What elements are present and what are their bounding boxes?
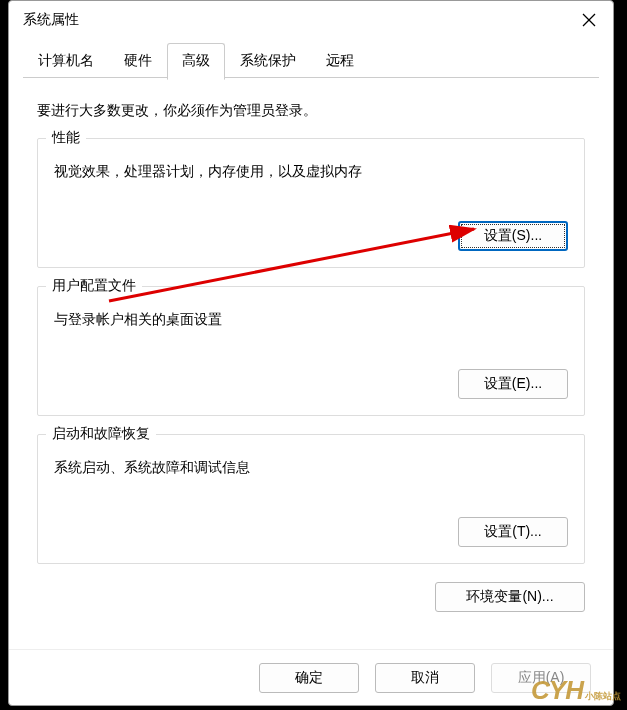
user-profiles-desc: 与登录帐户相关的桌面设置	[54, 311, 568, 329]
tab-computer-name[interactable]: 计算机名	[23, 43, 109, 79]
dialog-footer: 确定 取消 应用(A)	[9, 649, 613, 705]
close-icon	[582, 13, 596, 27]
cancel-button[interactable]: 取消	[375, 663, 475, 693]
startup-recovery-group: 启动和故障恢复 系统启动、系统故障和调试信息 设置(T)...	[37, 434, 585, 564]
tab-advanced[interactable]: 高级	[167, 43, 225, 80]
tab-content-advanced: 要进行大多数更改，你必须作为管理员登录。 性能 视觉效果，处理器计划，内存使用，…	[9, 80, 613, 649]
startup-recovery-title: 启动和故障恢复	[46, 425, 156, 443]
admin-note: 要进行大多数更改，你必须作为管理员登录。	[37, 102, 585, 120]
tab-system-protection[interactable]: 系统保护	[225, 43, 311, 79]
performance-title: 性能	[46, 129, 86, 147]
user-profiles-title: 用户配置文件	[46, 277, 142, 295]
ok-button[interactable]: 确定	[259, 663, 359, 693]
tab-remote[interactable]: 远程	[311, 43, 369, 79]
performance-group: 性能 视觉效果，处理器计划，内存使用，以及虚拟内存 设置(S)...	[37, 138, 585, 268]
tab-hardware[interactable]: 硬件	[109, 43, 167, 79]
performance-settings-button[interactable]: 设置(S)...	[458, 221, 568, 251]
window-title: 系统属性	[23, 11, 79, 29]
system-properties-dialog: 系统属性 计算机名 硬件 高级 系统保护 远程 要进行大多数更改，你必须作为管理…	[8, 0, 614, 706]
startup-recovery-settings-button[interactable]: 设置(T)...	[458, 517, 568, 547]
close-button[interactable]	[577, 8, 601, 32]
titlebar: 系统属性	[9, 1, 613, 39]
tab-bar: 计算机名 硬件 高级 系统保护 远程	[9, 39, 613, 80]
startup-recovery-desc: 系统启动、系统故障和调试信息	[54, 459, 568, 477]
watermark: CYH小陈站点	[531, 675, 621, 706]
environment-variables-button[interactable]: 环境变量(N)...	[435, 582, 585, 612]
user-profiles-settings-button[interactable]: 设置(E)...	[458, 369, 568, 399]
performance-desc: 视觉效果，处理器计划，内存使用，以及虚拟内存	[54, 163, 568, 181]
user-profiles-group: 用户配置文件 与登录帐户相关的桌面设置 设置(E)...	[37, 286, 585, 416]
